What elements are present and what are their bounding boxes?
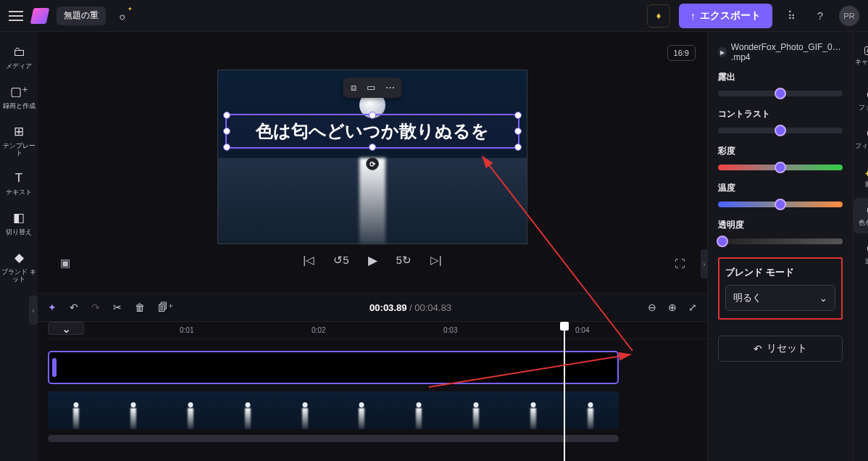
temperature-group: 温度 (718, 182, 843, 210)
nav-label: テキスト (6, 188, 32, 196)
menu-button[interactable] (9, 11, 23, 21)
help-icon[interactable]: ? (810, 6, 830, 26)
exposure-slider[interactable] (718, 91, 843, 96)
nav-text[interactable]: T テキスト (0, 167, 38, 203)
resize-handle[interactable] (369, 112, 376, 119)
transport-bar: ▣ |◁ ↺5 ▶ 5↻ ▷| ⛶ (38, 244, 707, 276)
share-icon[interactable]: ⠷ (781, 6, 801, 26)
split-icon[interactable]: ✂ (113, 302, 122, 313)
clip-play-icon[interactable]: ▶ (718, 47, 727, 57)
avatar[interactable]: PR (839, 6, 859, 26)
nav-media[interactable]: 🗀 メディア (0, 41, 38, 77)
resize-handle[interactable] (514, 112, 522, 119)
project-title-input[interactable] (57, 7, 106, 25)
video-thumb[interactable] (48, 391, 105, 429)
temperature-slider[interactable] (718, 202, 843, 207)
current-time: 00:03.89 (370, 302, 406, 313)
resize-handle[interactable] (514, 144, 522, 151)
saturation-slider[interactable] (718, 165, 843, 170)
grid-icon: ⊞ (14, 124, 24, 139)
total-time: 00:04.83 (414, 302, 451, 313)
slider-thumb[interactable] (775, 125, 786, 136)
clip-floating-toolbar: ⧈ ▭ ⋯ (343, 78, 402, 98)
resize-handle[interactable] (369, 144, 376, 151)
duplicate-icon[interactable]: 🗐⁺ (158, 302, 173, 313)
contrast-slider[interactable] (718, 128, 843, 133)
resize-handle[interactable] (223, 128, 230, 135)
video-thumb[interactable] (276, 391, 333, 429)
video-thumb[interactable] (504, 391, 562, 429)
resize-handle[interactable] (223, 112, 230, 119)
crop-icon[interactable]: ⧈ (351, 82, 356, 94)
aspect-ratio-button[interactable]: 16:9 (667, 45, 696, 61)
preview-stage-wrap: 16:9 ⧈ ▭ ⋯ 色は匂へどいつか散りぬるを (38, 32, 707, 293)
fullscreen-icon[interactable]: ⛶ (669, 253, 690, 273)
track-collapse-button[interactable]: ⌄ (48, 322, 84, 335)
nav-templates[interactable]: ⊞ テンプレー ト (0, 120, 38, 164)
text-overlay[interactable]: 色は匂へどいつか散りぬるを ⟳ (225, 114, 519, 149)
skip-end-icon[interactable]: ▷| (430, 254, 442, 267)
skip-start-icon[interactable]: |◁ (303, 254, 314, 267)
video-thumb[interactable] (219, 391, 276, 429)
tool-color-adjust[interactable]: ◑ 色を調整 (854, 198, 868, 233)
ruler-tick: 0:04 (575, 326, 707, 334)
slider-thumb[interactable] (775, 162, 786, 173)
more-icon[interactable]: ⋯ (385, 82, 395, 94)
video-thumb[interactable] (391, 391, 448, 429)
nav-brandkit[interactable]: ◆ ブランド キ ット (0, 246, 38, 290)
nav-label: 切り替え (6, 228, 32, 236)
slider-thumb[interactable] (717, 236, 728, 247)
undo-icon[interactable]: ↶ (70, 302, 78, 313)
text-clip[interactable] (48, 351, 619, 384)
rewind-5-icon[interactable]: ↺5 (333, 254, 349, 267)
fit-icon[interactable]: ▭ (367, 82, 375, 94)
video-thumb[interactable] (333, 391, 391, 429)
playhead[interactable] (564, 322, 565, 461)
ai-magic-icon[interactable] (114, 8, 130, 24)
tool-filters[interactable]: ◎ フィルター (854, 121, 868, 157)
export-button[interactable]: ↑ エクスポート (679, 4, 772, 28)
tool-effects[interactable]: ✨ 効果 (854, 159, 868, 195)
play-icon[interactable]: ▶ (368, 253, 377, 268)
forward-5-icon[interactable]: 5↻ (396, 254, 412, 267)
timeline-ruler[interactable]: 0 0:01 0:02 0:03 0:04 (48, 322, 707, 339)
nav-record[interactable]: ▢⁺ 録画と作成 (0, 80, 38, 117)
timeline-scrollbar[interactable] (48, 435, 619, 442)
resize-handle[interactable] (223, 144, 230, 151)
scrollbar-thumb[interactable] (48, 435, 619, 442)
magic-tool-icon[interactable]: ✦ (48, 302, 57, 313)
video-thumb[interactable] (562, 391, 619, 429)
video-thumb[interactable] (105, 391, 162, 429)
video-thumb[interactable] (448, 391, 505, 429)
timeline-video-track[interactable] (48, 391, 619, 429)
delete-icon[interactable]: 🗑 (135, 302, 145, 313)
timeline[interactable]: ⌄ 0 0:01 0:02 0:03 0:04 (38, 322, 707, 461)
tool-label: フィルター (855, 142, 868, 149)
preview-stage[interactable]: ⧈ ▭ ⋯ 色は匂へどいつか散りぬるを ⟳ (217, 70, 527, 244)
zoom-fit-icon[interactable]: ⤢ (688, 302, 697, 313)
video-thumb[interactable] (162, 391, 220, 429)
nav-transitions[interactable]: ◧ 切り替え (0, 206, 38, 243)
contrast-label: コントラスト (718, 108, 843, 120)
tool-captions[interactable]: CC キャプショ ン (854, 42, 868, 80)
contrast-group: コントラスト (718, 108, 843, 136)
blend-mode-select[interactable]: 明るく ⌄ (725, 285, 835, 311)
safe-zone-icon[interactable]: ▣ (55, 253, 75, 273)
rotate-handle[interactable]: ⟳ (366, 157, 379, 170)
premium-gem-button[interactable]: ♦ (647, 4, 670, 28)
resize-handle[interactable] (514, 128, 522, 135)
timeline-text-track[interactable] (48, 351, 619, 384)
expand-left-panel[interactable]: › (29, 296, 38, 325)
tool-fade[interactable]: ◐ フェード (854, 83, 868, 118)
zoom-out-icon[interactable]: ⊖ (648, 302, 656, 313)
reset-button[interactable]: ↶ リセット (718, 336, 843, 362)
slider-thumb[interactable] (775, 199, 786, 210)
collapse-inspector[interactable]: › (701, 249, 708, 278)
slider-thumb[interactable] (775, 88, 786, 99)
zoom-in-icon[interactable]: ⊕ (668, 302, 677, 313)
redo-icon[interactable]: ↷ (91, 302, 100, 313)
opacity-slider[interactable] (718, 238, 843, 244)
tool-speed[interactable]: ◷ 速度 (854, 236, 868, 272)
nav-label: 録画と作成 (3, 102, 36, 109)
clip-grip[interactable] (52, 358, 57, 377)
